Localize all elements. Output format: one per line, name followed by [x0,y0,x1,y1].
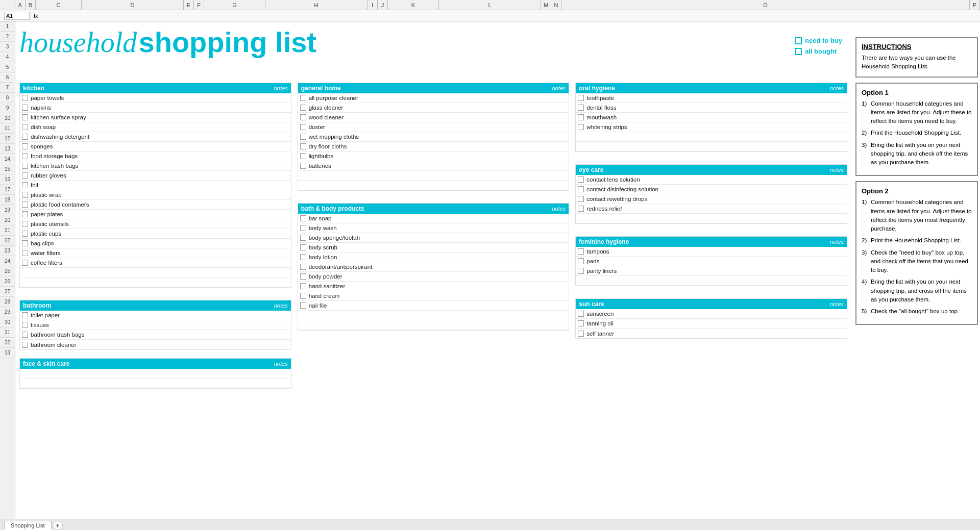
item-checkbox[interactable] [578,105,584,111]
item-checkbox[interactable] [300,235,306,241]
item-label: wet mopping cloths [309,134,359,140]
item-checkbox[interactable] [22,201,28,208]
item-checkbox[interactable] [578,258,584,264]
item-checkbox[interactable] [22,163,28,169]
row-10: 10 [0,113,15,123]
item-checkbox[interactable] [300,105,306,111]
list-item: toilet paper [20,311,291,320]
item-checkbox[interactable] [300,244,306,250]
need-to-buy-label: need to buy [805,37,842,44]
item-checkbox[interactable] [300,114,306,120]
option1-step2: 2)Print the Household Shopping List. [862,129,972,137]
item-checkbox[interactable] [578,311,584,317]
list-item: bar soap [298,214,569,223]
item-checkbox[interactable] [300,264,306,270]
item-label: hand sanitizer [309,283,346,289]
item-checkbox[interactable] [22,322,28,328]
list-item: tissues [20,320,291,330]
col-g: G [204,0,265,10]
item-checkbox[interactable] [22,332,28,338]
kitchen-category: kitchen notes paper towels napkins kitch… [19,83,291,288]
cell-reference[interactable] [4,12,30,20]
item-checkbox[interactable] [22,221,28,227]
formula-input[interactable] [42,13,976,19]
item-checkbox[interactable] [300,124,306,130]
item-checkbox[interactable] [300,283,306,289]
item-checkbox[interactable] [300,163,306,169]
item-checkbox[interactable] [578,186,584,192]
item-checkbox[interactable] [300,215,306,221]
item-checkbox[interactable] [578,95,584,101]
oral-hygiene-category: oral hygiene notes toothpaste dental flo… [575,83,847,152]
list-item: body scrub [298,243,569,253]
option1-box: Option 1 1)Common household categories a… [855,83,978,176]
add-tab-button[interactable]: + [53,521,63,530]
list-item: plastic utensils [20,219,291,229]
list-item: wood cleaner [298,113,569,122]
item-checkbox[interactable] [22,105,28,111]
item-checkbox[interactable] [22,172,28,179]
face-skin-title: face & skin care [23,360,69,367]
item-checkbox[interactable] [22,153,28,159]
row-33: 33 [0,348,15,358]
item-checkbox[interactable] [22,231,28,237]
item-checkbox[interactable] [22,342,28,348]
item-label: tissues [31,322,49,328]
item-label: kitchen surface spray [31,114,86,120]
all-bought-checkbox[interactable] [795,48,802,55]
item-checkbox[interactable] [300,254,306,260]
item-checkbox[interactable] [300,134,306,140]
item-checkbox[interactable] [578,206,584,212]
eye-care-category: eye care notes contact lens solution con… [575,164,847,224]
item-label: dental floss [586,105,616,111]
item-checkbox[interactable] [22,134,28,140]
row-23: 23 [0,246,15,256]
item-checkbox[interactable] [22,211,28,217]
col-middle: general home notes all purpose cleaner g… [298,83,570,507]
item-checkbox[interactable] [300,95,306,101]
item-checkbox[interactable] [578,176,584,183]
item-label: lightbulbs [309,153,334,159]
item-checkbox[interactable] [578,248,584,255]
need-to-buy-checkbox[interactable] [795,37,802,44]
feminine-hygiene-title: feminine hygiene [579,238,629,245]
list-item: water filters [20,248,291,258]
item-checkbox[interactable] [22,182,28,188]
option2-step5: 5)Check the "all bought" box up top. [862,307,972,316]
item-checkbox[interactable] [300,273,306,280]
item-checkbox[interactable] [578,331,584,337]
item-checkbox[interactable] [300,302,306,309]
shopping-list-tab[interactable]: Shopping List [4,521,52,530]
list-item: all purpose cleaner [298,93,569,103]
item-checkbox[interactable] [578,320,584,326]
item-checkbox[interactable] [22,260,28,266]
item-checkbox[interactable] [300,225,306,231]
item-checkbox[interactable] [22,250,28,256]
item-checkbox[interactable] [300,293,306,299]
face-skin-category: face & skin care notes [19,358,291,389]
item-label: redness relief [586,206,622,212]
item-checkbox[interactable] [22,114,28,120]
empty-row [20,369,291,378]
item-checkbox[interactable] [22,312,28,318]
option2-step1: 1)Common household categories and items … [862,198,972,233]
feminine-hygiene-header: feminine hygiene notes [576,237,847,247]
item-checkbox[interactable] [578,114,584,120]
item-checkbox[interactable] [578,124,584,130]
item-checkbox[interactable] [22,95,28,101]
item-checkbox[interactable] [300,153,306,159]
bathroom-notes-label: notes [274,302,288,309]
list-item: contact disinfecting solution [576,185,847,194]
item-checkbox[interactable] [22,124,28,130]
item-checkbox[interactable] [22,192,28,198]
list-item: dish soap [20,122,291,132]
list-item: sunscreen [576,309,847,319]
item-checkbox[interactable] [22,240,28,246]
item-checkbox[interactable] [578,268,584,274]
row-4: 4 [0,52,15,62]
list-item: glass cleaner [298,103,569,113]
item-checkbox[interactable] [578,196,584,202]
item-checkbox[interactable] [22,143,28,149]
item-checkbox[interactable] [300,143,306,149]
list-item: tampons [576,247,847,257]
